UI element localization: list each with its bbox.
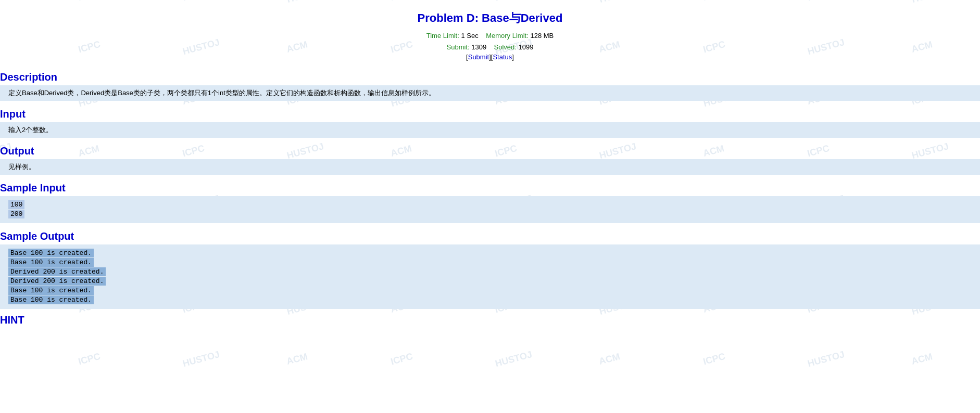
submit-info: Submit: 1309 Solved: 1099 bbox=[0, 42, 980, 53]
time-limit-value: 1 Sec bbox=[461, 32, 478, 40]
sample-output-line-6: Base 100 is created. bbox=[8, 295, 94, 304]
problem-links: [Submit][Status] bbox=[0, 53, 980, 61]
sample-output-line-5: Base 100 is created. bbox=[8, 286, 94, 295]
sample-output-line-4: Derived 200 is created. bbox=[8, 277, 106, 286]
submit-label: Submit: bbox=[447, 43, 470, 51]
memory-limit-value: 128 MB bbox=[530, 32, 554, 40]
problem-title: Problem D: Base与Derived bbox=[0, 10, 980, 26]
time-limit-label: Time Limit: bbox=[426, 32, 459, 40]
memory-limit-label: Memory Limit: bbox=[486, 32, 529, 40]
submit-value: 1309 bbox=[471, 43, 486, 51]
sample-input-line-2: 200 bbox=[8, 210, 24, 218]
sample-output-heading: Sample Output bbox=[0, 228, 980, 244]
problem-meta: Time Limit: 1 Sec Memory Limit: 128 MB bbox=[0, 30, 980, 42]
hint-heading: HINT bbox=[0, 314, 980, 326]
status-link[interactable]: Status bbox=[493, 53, 512, 61]
sample-input-line-1: 100 bbox=[8, 200, 24, 209]
output-content: 见样例。 bbox=[0, 159, 980, 175]
solved-label: Solved: bbox=[494, 43, 517, 51]
problem-header: Problem D: Base与Derived Time Limit: 1 Se… bbox=[0, 5, 980, 61]
solved-value: 1099 bbox=[519, 43, 534, 51]
description-content: 定义Base和Derived类，Derived类是Base类的子类，两个类都只有… bbox=[0, 85, 980, 101]
sample-output-line-3: Derived 200 is created. bbox=[8, 267, 106, 276]
sample-output-line-1: Base 100 is created. bbox=[8, 249, 94, 257]
submit-link[interactable]: Submit bbox=[468, 53, 489, 61]
input-heading: Input bbox=[0, 106, 980, 122]
sample-output-box: Base 100 is created. Base 100 is created… bbox=[0, 244, 980, 309]
output-heading: Output bbox=[0, 143, 980, 159]
sample-input-heading: Sample Input bbox=[0, 180, 980, 196]
page-content: Problem D: Base与Derived Time Limit: 1 Se… bbox=[0, 0, 980, 331]
sample-input-box: 100 200 bbox=[0, 196, 980, 223]
description-heading: Description bbox=[0, 69, 980, 85]
sample-output-line-2: Base 100 is created. bbox=[8, 258, 94, 267]
input-content: 输入2个整数。 bbox=[0, 122, 980, 138]
